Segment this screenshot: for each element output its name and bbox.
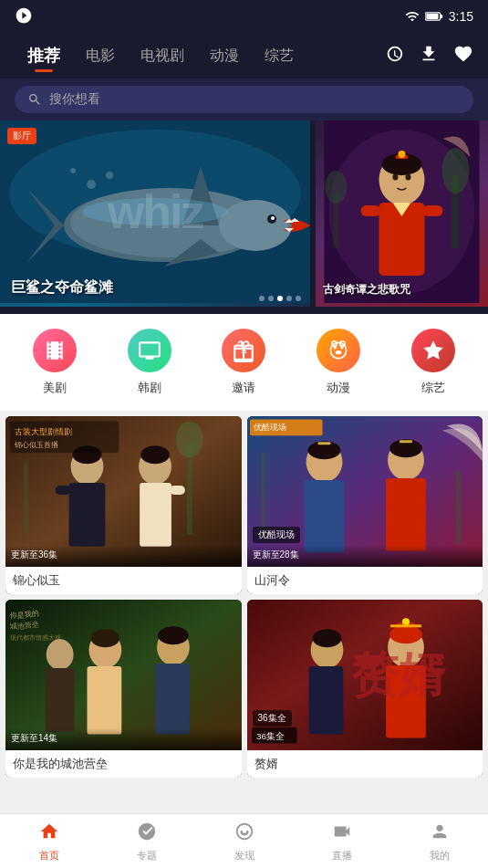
- download-icon[interactable]: [419, 44, 439, 68]
- card-shanheling[interactable]: 优酷现场 优酷现场 更新至28集 山河令: [247, 416, 483, 594]
- svg-rect-81: [46, 668, 75, 732]
- svg-rect-75: [87, 666, 121, 735]
- svg-point-34: [442, 148, 470, 193]
- discover-icon: [234, 821, 254, 846]
- search-icon: [27, 92, 42, 107]
- svg-point-19: [70, 168, 76, 173]
- meiju-label: 美剧: [43, 380, 67, 396]
- bottom-nav-special[interactable]: 专题: [98, 821, 195, 857]
- special-icon: [137, 821, 157, 846]
- shanheling-title: 山河令: [247, 567, 483, 594]
- wifi-icon: [405, 9, 420, 24]
- hero-dot-5: [296, 296, 301, 301]
- svg-point-54: [176, 421, 203, 457]
- category-zongyi[interactable]: 综艺: [411, 329, 455, 396]
- card-jinxin[interactable]: 古装大型剧情剧 锦心似玉首播 更新至36集 锦心似玉: [5, 416, 242, 594]
- svg-rect-29: [361, 205, 381, 216]
- svg-rect-30: [423, 205, 443, 216]
- hero-dot-4: [286, 296, 292, 301]
- svg-rect-2: [426, 14, 438, 19]
- svg-text:现代都市情感大戏: 现代都市情感大戏: [10, 634, 61, 641]
- jinxin-update: 更新至36集: [5, 545, 242, 567]
- meiju-icon: [33, 329, 77, 372]
- svg-rect-62: [304, 480, 344, 553]
- tab-variety[interactable]: 综艺: [252, 39, 306, 73]
- svg-rect-93: [308, 666, 343, 735]
- hero-section: 影厅 whiz 巨鲨之夺命鲨滩: [0, 120, 488, 314]
- category-hanju[interactable]: 韩剧: [128, 329, 171, 396]
- card-zanfu[interactable]: 赘婿 36集全 36集全 赘婿: [247, 600, 483, 778]
- hero-side-card[interactable]: 古剑奇谭之悲歌咒: [316, 120, 488, 307]
- hero-main-title: 巨鲨之夺命鲨滩: [11, 278, 113, 298]
- category-meiju[interactable]: 美剧: [33, 329, 77, 396]
- bottom-nav-home[interactable]: 首页: [0, 821, 98, 857]
- svg-rect-69: [455, 471, 460, 544]
- svg-rect-91: [390, 624, 421, 627]
- svg-point-36: [326, 171, 348, 204]
- svg-point-7: [219, 200, 292, 251]
- status-right: 3:15: [405, 9, 473, 24]
- svg-text:锦心似玉首播: 锦心似玉首播: [14, 441, 58, 449]
- svg-point-79: [158, 626, 189, 644]
- svg-point-52: [140, 445, 170, 464]
- tab-anime[interactable]: 动漫: [197, 39, 252, 73]
- svg-rect-49: [140, 483, 171, 547]
- bottom-nav-live[interactable]: 直播: [293, 821, 390, 857]
- invite-label: 邀请: [232, 380, 255, 396]
- time-display: 3:15: [449, 9, 473, 24]
- svg-point-94: [312, 629, 341, 647]
- hero-main-card[interactable]: 影厅 whiz 巨鲨之夺命鲨滩: [0, 120, 310, 307]
- svg-text:古装大型剧情剧: 古装大型剧情剧: [15, 427, 72, 436]
- shanheling-badge: 优酷现场: [253, 527, 300, 543]
- svg-rect-1: [440, 15, 442, 18]
- search-input-container[interactable]: 搜你想看: [15, 86, 473, 113]
- content-section: 古装大型剧情剧 锦心似玉首播 更新至36集 锦心似玉: [0, 411, 488, 783]
- search-bar: 搜你想看: [0, 78, 488, 120]
- svg-rect-65: [386, 478, 426, 551]
- favorite-icon[interactable]: [453, 44, 473, 68]
- categories-section: 美剧 韩剧 ¥ 邀请: [0, 314, 488, 411]
- svg-point-31: [393, 174, 399, 181]
- hero-dot-2: [268, 296, 274, 301]
- svg-point-76: [90, 629, 119, 647]
- tab-movie[interactable]: 电影: [73, 39, 128, 73]
- svg-rect-55: [24, 462, 28, 535]
- card-chengchi[interactable]: 你是我的 城池营垒 现代都市情感大戏 更新至14集 你是我的城池营垒: [5, 600, 242, 778]
- status-bar: 3:15: [0, 0, 488, 33]
- discover-label: 发现: [234, 849, 254, 863]
- svg-point-18: [87, 180, 96, 189]
- category-invite[interactable]: ¥ 邀请: [222, 329, 265, 396]
- card-shanheling-image: 优酷现场 优酷现场 更新至28集: [247, 416, 483, 567]
- bottom-nav-discover[interactable]: 发现: [195, 821, 293, 857]
- hero-dots: [259, 296, 301, 301]
- search-placeholder: 搜你想看: [49, 91, 100, 108]
- content-grid: 古装大型剧情剧 锦心似玉首播 更新至36集 锦心似玉: [5, 416, 483, 778]
- live-icon: [332, 821, 352, 846]
- zanfu-title: 赘婿: [247, 750, 483, 778]
- jinxin-title: 锦心似玉: [5, 567, 242, 594]
- special-label: 专题: [137, 849, 157, 863]
- nav-tabs: 推荐 电影 电视剧 动漫 综艺: [0, 33, 488, 78]
- invite-icon: ¥: [222, 329, 265, 372]
- tab-recommend[interactable]: 推荐: [15, 37, 73, 74]
- bottom-nav-mine[interactable]: 我的: [390, 821, 488, 857]
- svg-rect-67: [317, 442, 330, 444]
- hero-side-image: [316, 120, 488, 303]
- tab-tvshow[interactable]: 电视剧: [128, 39, 197, 73]
- card-jinxin-image: 古装大型剧情剧 锦心似玉首播 更新至36集: [5, 416, 242, 567]
- hero-main-image: 影厅 whiz: [0, 120, 310, 303]
- svg-rect-50: [170, 486, 185, 495]
- brand-whiz-text: whiz: [108, 184, 203, 239]
- zongyi-icon: [411, 329, 455, 372]
- battery-icon: [425, 10, 443, 23]
- svg-point-32: [406, 174, 411, 181]
- svg-rect-68: [400, 440, 412, 443]
- home-label: 首页: [39, 849, 59, 863]
- svg-point-26: [399, 151, 406, 158]
- zongyi-label: 综艺: [421, 380, 445, 396]
- hero-dot-1: [259, 296, 265, 301]
- card-chengchi-image: 你是我的 城池营垒 现代都市情感大戏 更新至14集: [5, 600, 242, 750]
- camera-icon: [15, 6, 33, 27]
- history-icon[interactable]: [384, 44, 404, 68]
- category-dongman[interactable]: 动漫: [317, 329, 360, 396]
